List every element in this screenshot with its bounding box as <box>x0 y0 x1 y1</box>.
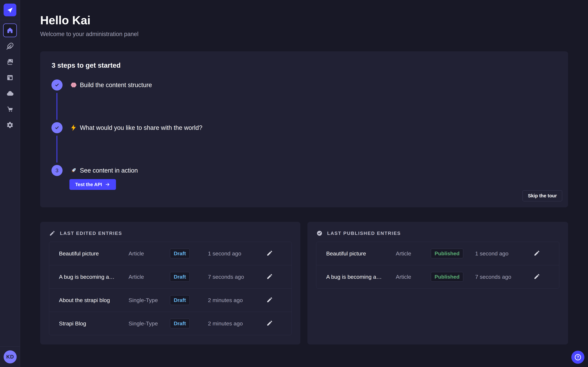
step-connector <box>57 93 57 120</box>
sidebar-bottom-divider <box>0 346 20 347</box>
entry-title: About the strapi blog <box>59 297 110 303</box>
step-1-text: Build the content structure <box>80 82 152 89</box>
feather-pen-icon <box>6 42 14 50</box>
edit-pencil-icon[interactable] <box>266 250 273 257</box>
step-2-label: What would you like to share with the wo… <box>70 122 202 133</box>
sidebar: KD <box>0 0 20 367</box>
step-3-number-text: 3 <box>56 167 59 174</box>
help-button[interactable]: ? <box>571 351 584 364</box>
sidebar-item-marketplace[interactable] <box>3 102 17 116</box>
entry-status-cell: Published <box>418 249 476 258</box>
widget-header: LAST EDITED ENTRIES <box>49 229 122 237</box>
test-the-api-button[interactable]: Test the API <box>69 179 116 190</box>
step-connector <box>57 135 57 163</box>
strapi-logo[interactable] <box>4 4 16 16</box>
entries-table: Beautiful picture Article Published 1 se… <box>316 242 559 289</box>
pencil-icon <box>49 230 55 236</box>
entry-status-cell: Draft <box>150 249 209 258</box>
arrow-right-icon <box>105 182 110 187</box>
sidebar-item-settings[interactable] <box>3 118 17 132</box>
edit-pencil-icon[interactable] <box>266 320 273 327</box>
step-2-text: What would you like to share with the wo… <box>80 124 202 131</box>
entry-type: Article <box>396 250 411 257</box>
skip-the-tour-button[interactable]: Skip the tour <box>522 190 562 201</box>
entry-status-cell: Draft <box>150 272 209 282</box>
entry-row: Beautiful picture Article Published 1 se… <box>316 242 559 265</box>
step-1-check <box>52 79 62 91</box>
widget-title: LAST EDITED ENTRIES <box>60 231 122 236</box>
entry-row: Strapi Blog Single-Type Draft 2 minutes … <box>49 312 292 335</box>
status-badge: Published <box>431 272 463 282</box>
edit-pencil-icon[interactable] <box>534 273 540 280</box>
page-title: Hello Kai <box>40 13 90 27</box>
entry-row: About the strapi blog Single-Type Draft … <box>49 288 292 312</box>
entry-row: A bug is becoming a… Article Draft 7 sec… <box>49 265 292 288</box>
entry-title: Beautiful picture <box>326 250 366 257</box>
entry-time: 2 minutes ago <box>208 320 243 327</box>
edit-pencil-icon[interactable] <box>266 297 273 304</box>
status-badge: Draft <box>170 272 190 282</box>
entry-type: Article <box>129 274 144 280</box>
test-the-api-label: Test the API <box>75 182 102 187</box>
entry-status-cell: Draft <box>150 319 209 328</box>
status-badge: Draft <box>170 249 190 258</box>
sidebar-divider <box>0 20 20 20</box>
guided-tour-card: 3 steps to get started Build the content… <box>40 51 568 207</box>
last-edited-entries-widget: LAST EDITED ENTRIES Beautiful picture Ar… <box>40 222 300 344</box>
check-circle-icon <box>316 230 323 236</box>
sidebar-item-media-library[interactable] <box>3 55 17 69</box>
sidebar-item-cloud[interactable] <box>3 87 17 100</box>
shopping-cart-icon <box>6 106 14 113</box>
guided-tour-title: 3 steps to get started <box>52 61 121 69</box>
entry-status-cell: Draft <box>150 295 209 305</box>
step-1-label: Build the content structure <box>70 79 152 91</box>
sidebar-item-content-manager[interactable] <box>3 39 17 53</box>
strapi-logo-icon <box>6 6 14 14</box>
entry-title: A bug is becoming a… <box>59 274 114 280</box>
entry-row: Beautiful picture Article Draft 1 second… <box>49 242 292 265</box>
edit-pencil-icon[interactable] <box>534 250 540 257</box>
step-3-number: 3 <box>52 165 62 176</box>
entry-type: Article <box>396 274 411 280</box>
entry-time: 1 second ago <box>208 250 241 257</box>
media-library-icon <box>6 58 14 66</box>
check-icon <box>54 125 60 131</box>
entry-time: 2 minutes ago <box>208 297 243 303</box>
step-3-text: See content in action <box>80 167 138 174</box>
entry-status-cell: Published <box>418 272 476 282</box>
entry-title: Strapi Blog <box>59 320 86 327</box>
step-3-label: See content in action <box>70 165 138 176</box>
entry-row: A bug is becoming a… Article Published 7… <box>316 265 559 288</box>
user-avatar[interactable]: KD <box>4 350 17 363</box>
home-icon <box>6 27 14 34</box>
entry-title: A bug is becoming a… <box>326 274 382 280</box>
entry-time: 7 seconds ago <box>208 274 244 280</box>
widget-header: LAST PUBLISHED ENTRIES <box>316 229 401 237</box>
lightning-emoji-icon <box>70 124 77 131</box>
entry-type: Article <box>129 250 144 257</box>
rocket-emoji-icon <box>70 167 77 174</box>
status-badge: Draft <box>170 295 190 305</box>
step-2-check <box>52 122 62 133</box>
strapi-admin-dashboard: KD Hello Kai Welcome to your administrat… <box>0 0 588 367</box>
layout-builder-icon <box>6 74 14 81</box>
entries-table: Beautiful picture Article Draft 1 second… <box>49 242 292 335</box>
sidebar-item-home[interactable] <box>3 24 17 37</box>
status-badge: Draft <box>170 319 190 328</box>
entry-time: 1 second ago <box>475 250 509 257</box>
last-published-entries-widget: LAST PUBLISHED ENTRIES Beautiful picture… <box>307 222 568 344</box>
sidebar-item-content-type-builder[interactable] <box>3 71 17 84</box>
entry-time: 7 seconds ago <box>475 274 511 280</box>
widget-title: LAST PUBLISHED ENTRIES <box>327 231 401 236</box>
brain-emoji-icon <box>70 82 77 88</box>
page-subtitle: Welcome to your administration panel <box>40 31 138 38</box>
entry-title: Beautiful picture <box>59 250 99 257</box>
status-badge: Published <box>431 249 463 258</box>
cloud-icon <box>6 90 14 97</box>
edit-pencil-icon[interactable] <box>266 273 273 280</box>
question-mark-icon: ? <box>575 354 581 360</box>
gear-icon <box>6 121 14 129</box>
check-icon <box>54 82 60 88</box>
